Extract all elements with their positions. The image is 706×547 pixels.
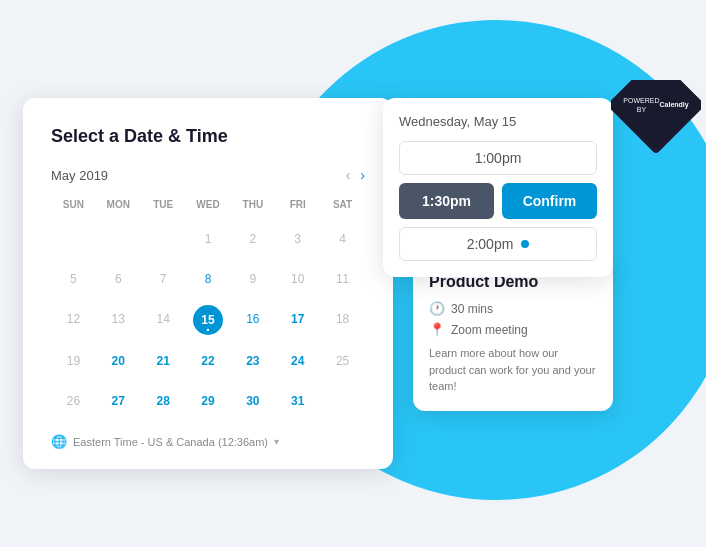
cal-day-11: 11 (320, 260, 365, 298)
product-description: Learn more about how our product can wor… (429, 345, 597, 395)
cal-day-31[interactable]: 31 (275, 382, 320, 420)
header-sat: SAT (320, 195, 365, 214)
cal-day-16[interactable]: 16 (230, 300, 275, 340)
product-duration-row: 🕐 30 mins (429, 301, 597, 316)
header-thu: THU (230, 195, 275, 214)
cal-day-29[interactable]: 29 (186, 382, 231, 420)
cal-day-19: 19 (51, 342, 96, 380)
calendar-grid: SUN MON TUE WED THU FRI SAT 1 2 3 4 5 6 (51, 195, 365, 420)
calendly-badge-wrap: POWERED BY Calendly (611, 80, 701, 170)
cal-day-1: 1 (186, 220, 231, 258)
cal-day-17[interactable]: 17 (275, 300, 320, 340)
cal-day-2: 2 (230, 220, 275, 258)
time-selected-button[interactable]: 1:30pm (399, 183, 494, 219)
cal-day-10: 10 (275, 260, 320, 298)
calendar-body: 1 2 3 4 5 6 7 8 9 10 11 12 13 14 15• 16 (51, 220, 365, 420)
timezone-row: 🌐 Eastern Time - US & Canada (12:36am) ▾ (51, 434, 365, 449)
clock-icon: 🕐 (429, 301, 445, 316)
month-nav: May 2019 ‹ › (51, 167, 365, 183)
cal-day-5: 5 (51, 260, 96, 298)
time-slot-1[interactable]: 1:00pm (399, 141, 597, 175)
cal-day-3: 3 (275, 220, 320, 258)
globe-icon: 🌐 (51, 434, 67, 449)
right-panel: Wednesday, May 15 1:00pm 1:30pm Confirm … (393, 98, 613, 469)
cal-day-4: 4 (320, 220, 365, 258)
main-wrapper: POWERED BY Calendly Select a Date & Time… (23, 98, 683, 469)
cal-day-20[interactable]: 20 (96, 342, 141, 380)
cal-day-empty-end (320, 382, 365, 420)
cal-day-15[interactable]: 15• (186, 300, 231, 340)
cal-day-23[interactable]: 23 (230, 342, 275, 380)
cal-day-empty-1 (51, 220, 96, 258)
product-card: Product Demo 🕐 30 mins 📍 Zoom meeting Le… (413, 257, 613, 411)
time-confirm-row: 1:30pm Confirm (399, 183, 597, 219)
cal-day-9: 9 (230, 260, 275, 298)
cal-day-empty-2 (96, 220, 141, 258)
cal-day-13: 13 (96, 300, 141, 340)
cal-day-26: 26 (51, 382, 96, 420)
cal-day-8[interactable]: 8 (186, 260, 231, 298)
cal-day-7: 7 (141, 260, 186, 298)
date-header: Wednesday, May 15 (399, 114, 597, 129)
header-tue: TUE (141, 195, 186, 214)
cal-day-empty-3 (141, 220, 186, 258)
cal-day-30[interactable]: 30 (230, 382, 275, 420)
cal-day-6: 6 (96, 260, 141, 298)
dot-indicator (521, 240, 529, 248)
nav-arrows: ‹ › (346, 167, 365, 183)
calendly-badge: POWERED BY Calendly (611, 80, 701, 154)
confirm-button[interactable]: Confirm (502, 183, 597, 219)
timezone-dropdown-icon[interactable]: ▾ (274, 436, 279, 447)
next-month-arrow[interactable]: › (360, 167, 365, 183)
header-sun: SUN (51, 195, 96, 214)
header-wed: WED (186, 195, 231, 214)
cal-day-24[interactable]: 24 (275, 342, 320, 380)
calendar-title: Select a Date & Time (51, 126, 365, 147)
header-mon: MON (96, 195, 141, 214)
product-duration: 30 mins (451, 302, 493, 316)
cal-day-14: 14 (141, 300, 186, 340)
cal-day-12: 12 (51, 300, 96, 340)
cal-day-18: 18 (320, 300, 365, 340)
cal-day-28[interactable]: 28 (141, 382, 186, 420)
time-slot-2[interactable]: 2:00pm (399, 227, 597, 261)
location-icon: 📍 (429, 322, 445, 337)
timezone-label: Eastern Time - US & Canada (12:36am) (73, 436, 268, 448)
calendly-badge-text: POWERED BY Calendly (621, 80, 691, 140)
calendar-header: SUN MON TUE WED THU FRI SAT (51, 195, 365, 214)
time-panel: Wednesday, May 15 1:00pm 1:30pm Confirm … (383, 98, 613, 277)
cal-day-22[interactable]: 22 (186, 342, 231, 380)
cal-day-21[interactable]: 21 (141, 342, 186, 380)
calendar-panel: Select a Date & Time May 2019 ‹ › SUN MO… (23, 98, 393, 469)
cal-day-27[interactable]: 27 (96, 382, 141, 420)
cal-day-25: 25 (320, 342, 365, 380)
prev-month-arrow[interactable]: ‹ (346, 167, 351, 183)
month-label: May 2019 (51, 168, 108, 183)
product-location-row: 📍 Zoom meeting (429, 322, 597, 337)
header-fri: FRI (275, 195, 320, 214)
product-location: Zoom meeting (451, 323, 528, 337)
